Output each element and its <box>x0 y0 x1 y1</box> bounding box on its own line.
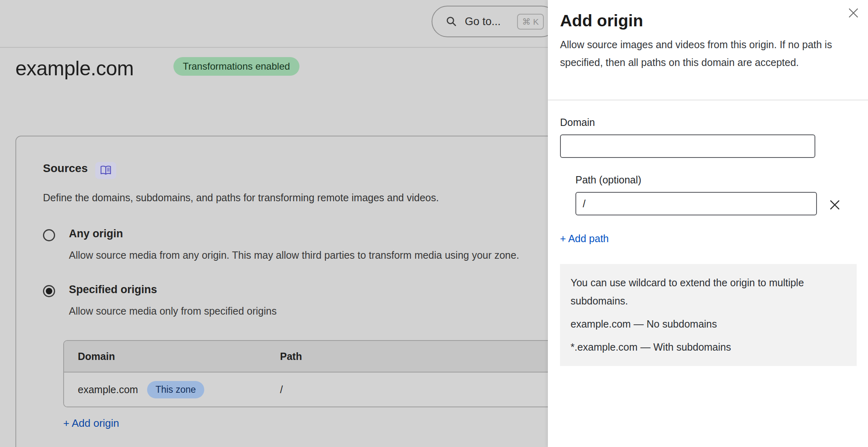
radio-specified-origins-label[interactable]: Specified origins <box>69 283 157 296</box>
close-panel-button[interactable] <box>846 6 861 20</box>
domain-label: Domain <box>560 117 595 128</box>
panel-title: Add origin <box>560 11 643 30</box>
radio-any-origin-description: Allow source media from any origin. This… <box>69 249 519 261</box>
keyboard-shortcut-badge: ⌘ K <box>517 14 544 30</box>
search-icon <box>445 15 458 28</box>
add-origin-panel: Add origin Allow source images and video… <box>548 0 868 447</box>
wildcard-info-box: You can use wildcard to extend the origi… <box>560 264 857 366</box>
radio-specified-origins-description: Allow source media only from specified o… <box>69 305 277 317</box>
transformations-status-badge: Transformations enabled <box>173 57 299 76</box>
wildcard-info-text: You can use wildcard to extend the origi… <box>571 274 846 310</box>
radio-specified-origins[interactable] <box>43 285 55 297</box>
close-icon <box>847 7 859 19</box>
sources-description: Define the domains, subdomains, and path… <box>43 192 439 204</box>
add-path-link[interactable]: + Add path <box>560 233 609 245</box>
wildcard-example-no-subdomains: example.com — No subdomains <box>571 315 846 333</box>
wildcard-example-with-subdomains: *.example.com — With subdomains <box>571 338 846 356</box>
radio-any-origin[interactable] <box>43 229 55 241</box>
sources-heading: Sources <box>43 162 88 175</box>
radio-any-origin-label[interactable]: Any origin <box>69 228 123 240</box>
page-title: example.com <box>15 57 134 80</box>
remove-icon <box>829 199 841 211</box>
domain-input[interactable] <box>560 134 815 158</box>
column-header-domain: Domain <box>64 351 280 362</box>
path-label: Path (optional) <box>575 174 641 186</box>
panel-divider <box>548 100 868 100</box>
this-zone-badge: This zone <box>147 381 205 398</box>
docs-link-button[interactable] <box>95 162 116 179</box>
goto-search-label: Go to... <box>465 15 501 28</box>
open-book-icon <box>99 165 112 176</box>
path-input[interactable] <box>575 192 817 215</box>
panel-description: Allow source images and videos from this… <box>560 36 850 71</box>
remove-path-button[interactable] <box>827 198 842 212</box>
row-domain-value: example.com <box>78 384 138 396</box>
add-origin-link[interactable]: + Add origin <box>63 417 119 430</box>
screen: Go to... ⌘ K example.com Transformations… <box>0 0 868 447</box>
goto-search-button[interactable]: Go to... ⌘ K <box>432 6 557 37</box>
